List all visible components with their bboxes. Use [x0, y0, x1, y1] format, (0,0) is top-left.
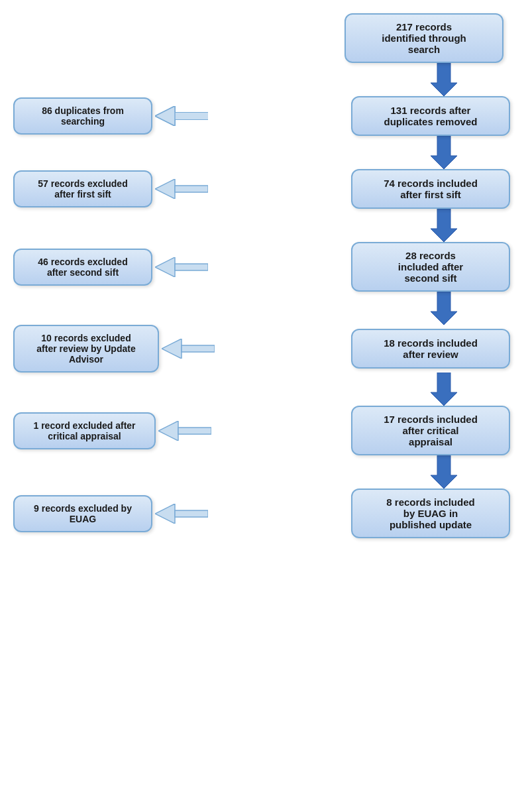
- text-after-duplicates: 131 records after duplicates removed: [384, 105, 478, 127]
- side-area-euag-excl: 9 records excluded by EUAG: [13, 495, 238, 532]
- arrow-2: [13, 136, 517, 169]
- text-after-appraisal: 17 records included after critical appra…: [384, 414, 478, 447]
- box-after-review: 18 records included after review: [351, 329, 510, 369]
- svg-marker-10: [155, 257, 175, 277]
- text-excluded-appraisal: 1 record excluded after critical apprais…: [33, 420, 135, 441]
- box-excluded-review: 10 records excluded after review by Upda…: [13, 325, 159, 373]
- text-excluded-euag: 9 records excluded by EUAG: [34, 503, 132, 524]
- text-excluded-review: 10 records excluded after review by Upda…: [36, 333, 135, 365]
- row-first-sift: 57 records excluded after first sift 74 …: [13, 169, 517, 209]
- left-arrow-svg-4: [162, 339, 215, 359]
- svg-marker-16: [431, 373, 457, 406]
- svg-rect-7: [175, 186, 208, 192]
- down-arrow-svg-2: [431, 136, 457, 169]
- svg-rect-11: [175, 264, 208, 270]
- box-excluded-appraisal: 1 record excluded after critical apprais…: [13, 412, 156, 449]
- main-area-after-first: 74 records included after first sift: [344, 169, 517, 209]
- text-after-second: 28 records included after second sift: [398, 250, 463, 284]
- box-after-euag: 8 records included by EUAG in published …: [351, 489, 510, 538]
- svg-rect-19: [178, 428, 211, 434]
- row-identified: 217 records identified through search: [13, 13, 517, 63]
- row-euag: 9 records excluded by EUAG 8 records inc…: [13, 489, 517, 538]
- down-arrow-svg-4: [431, 292, 457, 325]
- text-after-first: 74 records included after first sift: [384, 178, 478, 200]
- svg-rect-23: [175, 510, 208, 517]
- flowchart: 217 records identified through search 86…: [13, 13, 517, 538]
- left-arrow-svg-6: [155, 504, 208, 524]
- text-identified: 217 records identified through search: [382, 21, 466, 55]
- svg-marker-0: [431, 63, 457, 96]
- down-arrow-svg-6: [431, 455, 457, 489]
- svg-marker-4: [431, 136, 457, 169]
- svg-marker-22: [155, 504, 175, 524]
- svg-marker-8: [431, 209, 457, 242]
- text-after-euag: 8 records included by EUAG in published …: [386, 496, 474, 530]
- svg-rect-15: [182, 345, 215, 352]
- side-area-duplicates: 86 duplicates from searching: [13, 97, 238, 135]
- main-area-after-second: 28 records included after second sift: [344, 242, 517, 292]
- down-arrow-svg-5: [431, 373, 457, 406]
- row-review: 10 records excluded after review by Upda…: [13, 325, 517, 373]
- side-area-second-excl: 46 records excluded after second sift: [13, 249, 238, 286]
- row-second-sift: 46 records excluded after second sift 28…: [13, 242, 517, 292]
- left-arrow-svg-5: [158, 421, 211, 441]
- arrow-to-duplicates-removed: [13, 63, 517, 96]
- svg-marker-3: [155, 106, 175, 126]
- arrow-3: [13, 209, 517, 242]
- box-after-second: 28 records included after second sift: [351, 242, 510, 292]
- main-area-identified: 217 records identified through search: [338, 13, 510, 63]
- box-after-first: 74 records included after first sift: [351, 169, 510, 209]
- arrow-6: [13, 455, 517, 489]
- text-after-review: 18 records included after review: [384, 337, 478, 360]
- box-excluded-first: 57 records excluded after first sift: [13, 170, 152, 207]
- main-area-after-dup: 131 records after duplicates removed: [344, 96, 517, 136]
- box-identified: 217 records identified through search: [344, 13, 504, 63]
- box-duplicates: 86 duplicates from searching: [13, 97, 152, 135]
- arrow-5: [13, 373, 517, 406]
- svg-rect-2: [175, 113, 208, 119]
- left-arrow-svg-3: [155, 257, 208, 277]
- row-duplicates: 86 duplicates from searching 131 records…: [13, 96, 517, 136]
- box-excluded-euag: 9 records excluded by EUAG: [13, 495, 152, 532]
- svg-marker-14: [162, 339, 182, 359]
- side-area-review-excl: 10 records excluded after review by Upda…: [13, 325, 238, 373]
- left-arrow-svg-2: [155, 179, 208, 199]
- text-excluded-first: 57 records excluded after first sift: [38, 178, 127, 200]
- svg-marker-12: [431, 292, 457, 325]
- text-duplicates: 86 duplicates from searching: [42, 105, 124, 127]
- box-after-appraisal: 17 records included after critical appra…: [351, 406, 510, 455]
- box-after-duplicates: 131 records after duplicates removed: [351, 96, 510, 136]
- row-appraisal: 1 record excluded after critical apprais…: [13, 406, 517, 455]
- side-area-first-excl: 57 records excluded after first sift: [13, 170, 238, 207]
- left-arrow-svg-1: [155, 106, 208, 126]
- text-excluded-second: 46 records excluded after second sift: [38, 257, 127, 278]
- svg-marker-20: [431, 455, 457, 489]
- down-arrow-svg-1: [431, 63, 457, 96]
- side-area-appraisal-excl: 1 record excluded after critical apprais…: [13, 412, 238, 449]
- svg-marker-18: [158, 421, 178, 441]
- svg-marker-6: [155, 179, 175, 199]
- main-area-after-appraisal: 17 records included after critical appra…: [344, 406, 517, 455]
- main-area-after-review: 18 records included after review: [344, 329, 517, 369]
- box-excluded-second: 46 records excluded after second sift: [13, 249, 152, 286]
- arrow-4: [13, 292, 517, 325]
- main-area-after-euag: 8 records included by EUAG in published …: [344, 489, 517, 538]
- down-arrow-svg-3: [431, 209, 457, 242]
